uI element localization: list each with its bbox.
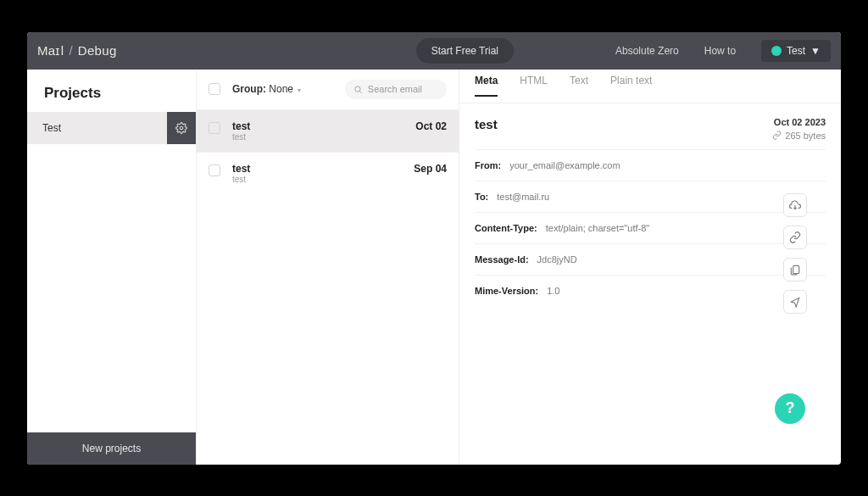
share-icon bbox=[789, 296, 801, 308]
brand-part2: Debug bbox=[78, 43, 117, 58]
meta-row: Mime-Version:1.0 bbox=[475, 275, 826, 306]
link-icon bbox=[772, 131, 782, 140]
sidebar: Projects Test New projects bbox=[27, 70, 197, 465]
tab-html[interactable]: HTML bbox=[520, 75, 548, 97]
search-input[interactable] bbox=[368, 84, 438, 94]
clipboard-icon bbox=[789, 264, 801, 276]
email-preview: test bbox=[232, 132, 403, 142]
tab-plain-text[interactable]: Plain text bbox=[610, 75, 652, 97]
detail-tabs: Meta HTML Text Plain text bbox=[459, 70, 841, 103]
how-to-link[interactable]: How to bbox=[704, 45, 736, 57]
select-all-checkbox[interactable] bbox=[209, 83, 220, 95]
brand-slash: / bbox=[69, 43, 72, 58]
group-selector[interactable]: Group: None ▼ bbox=[232, 83, 302, 95]
tab-text[interactable]: Text bbox=[570, 75, 588, 97]
svg-point-0 bbox=[180, 126, 183, 130]
email-checkbox[interactable] bbox=[209, 164, 220, 176]
project-name: Test bbox=[27, 122, 167, 134]
email-row[interactable]: test test Oct 02 bbox=[197, 109, 459, 152]
absolute-zero-link[interactable]: Absolute Zero bbox=[615, 45, 679, 57]
email-date: Sep 04 bbox=[414, 163, 447, 175]
help-fab[interactable]: ? bbox=[775, 393, 805, 424]
detail-title: test bbox=[475, 117, 772, 131]
email-preview: test bbox=[232, 175, 402, 184]
sidebar-title: Projects bbox=[27, 70, 196, 112]
main-area: Projects Test New projects Group: None ▼ bbox=[27, 70, 841, 465]
email-date: Oct 02 bbox=[415, 120, 447, 132]
chevron-down-icon: ▼ bbox=[296, 87, 302, 93]
email-checkbox[interactable] bbox=[209, 122, 220, 134]
group-value: None bbox=[269, 83, 293, 95]
share-button[interactable] bbox=[783, 290, 807, 314]
tab-meta[interactable]: Meta bbox=[475, 75, 498, 97]
brand-part1: Maɪl bbox=[37, 43, 64, 59]
email-list-pane: Group: None ▼ test test Oct 02 bbox=[197, 70, 459, 465]
help-icon: ? bbox=[786, 399, 795, 417]
copy-button[interactable] bbox=[783, 258, 807, 281]
meta-row: From:your_email@example.com bbox=[475, 149, 826, 181]
group-label-text: Group: bbox=[232, 83, 266, 95]
link-icon bbox=[789, 231, 801, 243]
new-projects-button[interactable]: New projects bbox=[27, 432, 196, 465]
detail-header: test Oct 02 2023 265 bytes bbox=[459, 103, 841, 149]
copy-link-button[interactable] bbox=[783, 226, 807, 249]
app-window: Maɪl / Debug Start Free Trial Absolute Z… bbox=[27, 32, 841, 465]
project-settings-button[interactable] bbox=[167, 112, 196, 144]
user-menu[interactable]: Test ▼ bbox=[761, 40, 831, 62]
meta-row: Content-Type:text/plain; charset="utf-8" bbox=[475, 212, 826, 243]
avatar-dot-icon bbox=[771, 46, 782, 56]
chevron-down-icon: ▼ bbox=[810, 45, 821, 57]
list-toolbar: Group: None ▼ bbox=[197, 70, 459, 109]
action-column bbox=[783, 193, 807, 314]
start-free-trial-button[interactable]: Start Free Trial bbox=[416, 38, 514, 64]
meta-row: To:test@mail.ru bbox=[475, 181, 826, 212]
email-row[interactable]: test test Sep 04 bbox=[197, 152, 459, 194]
email-title: test bbox=[232, 120, 403, 132]
svg-rect-3 bbox=[793, 265, 799, 273]
detail-size: 265 bytes bbox=[772, 131, 826, 141]
meta-row: Message-Id:Jdc8jyND bbox=[475, 243, 826, 275]
search-icon bbox=[353, 84, 363, 95]
search-field[interactable] bbox=[345, 80, 447, 99]
user-name: Test bbox=[787, 45, 805, 57]
download-button[interactable] bbox=[783, 193, 807, 217]
email-title: test bbox=[232, 163, 402, 175]
detail-date: Oct 02 2023 bbox=[772, 117, 826, 127]
cloud-download-icon bbox=[789, 199, 801, 211]
brand-logo: Maɪl / Debug bbox=[37, 43, 117, 59]
svg-point-1 bbox=[355, 86, 360, 91]
svg-line-2 bbox=[360, 91, 362, 92]
gear-icon bbox=[175, 122, 187, 134]
sidebar-project-row[interactable]: Test bbox=[27, 112, 196, 144]
topbar: Maɪl / Debug Start Free Trial Absolute Z… bbox=[27, 32, 841, 70]
